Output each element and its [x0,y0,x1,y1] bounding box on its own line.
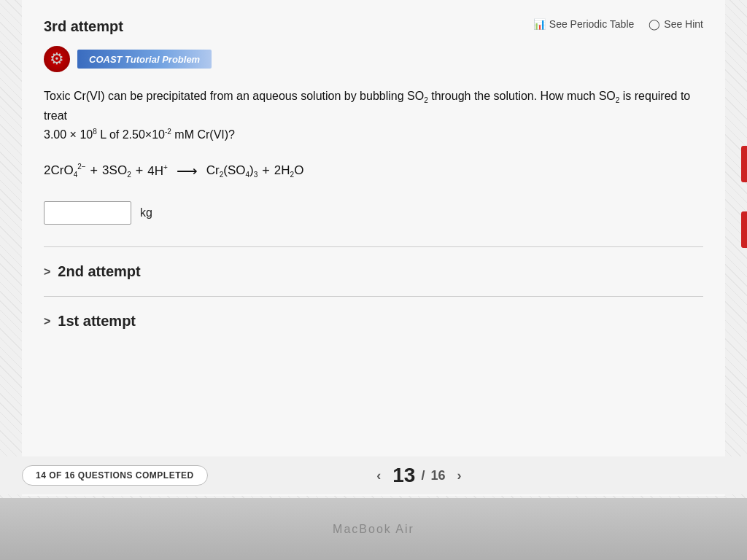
answer-unit: kg [140,206,152,219]
page-separator: / [421,468,425,483]
first-attempt-title: 1st attempt [58,313,136,330]
eq-plus2: + [136,163,144,179]
question-line2: 3.00 × 108 L of 2.50×10-2 mM Cr(VI)? [44,128,235,141]
see-hint-link[interactable]: ◯ See Hint [649,18,703,30]
second-attempt-section[interactable]: > 2nd attempt [44,253,703,290]
red-indicator-2 [741,211,747,248]
coast-label-text: COAST Tutorial Problem [89,54,200,65]
answer-input[interactable] [44,201,131,225]
macbook-label: MacBook Air [333,523,414,536]
first-attempt-section[interactable]: > 1st attempt [44,303,703,340]
eq-plus3: + [262,163,270,179]
answer-area: kg [44,201,703,225]
red-indicator-1 [741,146,747,182]
chevron-right-icon-2: > [44,265,50,279]
attempt-title: 3rd attempt [44,15,123,35]
total-pages-number: 16 [430,468,445,483]
eq-plus1: + [90,163,98,179]
page-nav: ‹ 13 / 16 › [371,464,467,487]
eq-reactant3: 4H+ [147,163,168,179]
prev-page-button[interactable]: ‹ [371,465,387,486]
table-icon: 📊 [533,18,546,30]
divider-2 [44,296,703,297]
coast-banner: COAST Tutorial Problem [44,46,703,72]
divider-1 [44,246,703,247]
eq-reactant2: 3SO2 [102,163,131,179]
coast-label-bar: COAST Tutorial Problem [77,50,212,69]
eq-arrow: ⟶ [177,162,198,179]
periodic-table-link[interactable]: 📊 See Periodic Table [533,18,634,30]
equation-area: 2CrO42− + 3SO2 + 4H+ ⟶ Cr2(SO4)3 + 2H2O [44,162,703,179]
current-page-number: 13 [392,464,415,487]
eq-product2: 2H2O [274,163,304,179]
top-bar: 3rd attempt 📊 See Periodic Table ◯ See H… [44,15,703,35]
macbook-bar: MacBook Air [0,498,747,560]
progress-pill: 14 OF 16 QUESTIONS COMPLETED [22,465,208,486]
bottom-bar: 14 OF 16 QUESTIONS COMPLETED ‹ 13 / 16 › [0,456,747,494]
top-right-links: 📊 See Periodic Table ◯ See Hint [533,15,703,30]
question-text: Toxic Cr(VI) can be precipitated from an… [44,87,703,144]
chevron-right-icon-1: > [44,315,50,328]
second-attempt-title: 2nd attempt [58,263,140,280]
eq-product1: Cr2(SO4)3 [206,163,258,179]
hint-icon: ◯ [649,18,660,30]
question-line1: Toxic Cr(VI) can be precipitated from an… [44,90,690,122]
next-page-button[interactable]: › [451,465,467,486]
eq-reactant1: 2CrO42− [44,163,86,179]
gear-icon [44,46,70,72]
